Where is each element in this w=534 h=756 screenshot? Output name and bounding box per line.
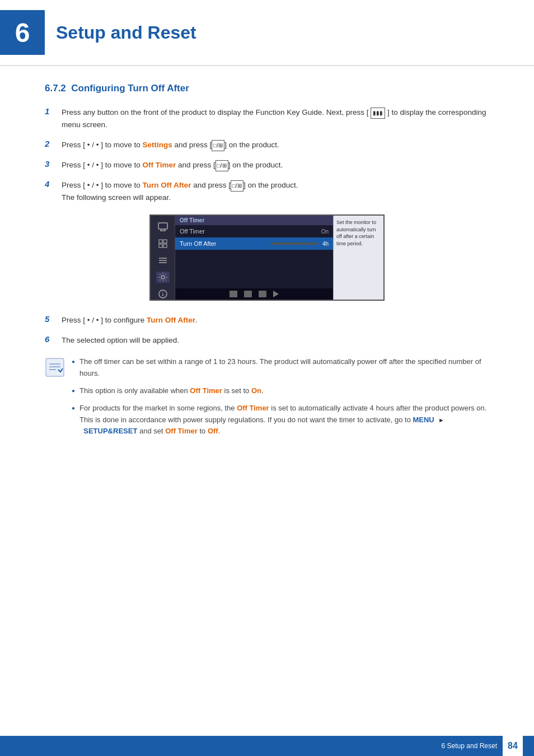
- note-item-1: ● The off timer can be set within a rang…: [72, 356, 489, 380]
- chapter-number-box: 6: [0, 10, 45, 55]
- nav-icon-4: [273, 291, 279, 297]
- note-bullet-1: ●: [72, 357, 75, 366]
- note-text-2: This option is only available when Off T…: [79, 385, 264, 397]
- step-1: 1 Press any button on the front of the p…: [45, 106, 489, 131]
- section-title: Configuring Turn Off After: [71, 83, 189, 94]
- monitor-screenshot: Off Timer Off Timer On Turn Off After: [45, 214, 489, 301]
- footer-page-number: 84: [503, 736, 523, 756]
- slider-bar: [251, 242, 317, 245]
- section-heading: 6.7.2 Configuring Turn Off After: [45, 83, 489, 94]
- menu-item-off-timer-value: On: [321, 228, 329, 235]
- svg-point-11: [161, 276, 165, 279]
- step-text-2: Press [ • / • ] to move to Settings and …: [62, 139, 279, 151]
- menu-items: Off Timer On Turn Off After 4h: [175, 225, 333, 288]
- chapter-number: 6: [15, 17, 30, 48]
- step-5: 5 Press [ • / • ] to configure Turn Off …: [45, 314, 489, 326]
- slider-fill: [251, 242, 271, 245]
- step-2: 2 Press [ • / • ] to move to Settings an…: [45, 139, 489, 151]
- svg-rect-5: [163, 240, 167, 243]
- svg-point-14: [162, 292, 163, 293]
- sidebar-info-icon: [156, 288, 170, 300]
- menu-title: Off Timer: [175, 216, 333, 225]
- svg-rect-0: [158, 223, 167, 229]
- notes-list: ● The off timer can be set within a rang…: [72, 356, 489, 443]
- footer: 6 Setup and Reset 84: [0, 736, 534, 756]
- svg-rect-15: [46, 358, 64, 376]
- nav-icon-1: [229, 291, 237, 297]
- step-text-3: Press [ • / • ] to move to Off Timer and…: [62, 159, 283, 171]
- nav-icon-3: [259, 291, 266, 297]
- slider-track: [251, 242, 317, 245]
- note-text-3: For products for the market in some regi…: [79, 403, 489, 437]
- menu-item-turn-off-after-value: 4h: [322, 241, 329, 247]
- step-text-5: Press [ • / • ] to configure Turn Off Af…: [62, 314, 198, 326]
- footer-label: 6 Setup and Reset: [442, 742, 497, 750]
- section-number: 6.7.2: [45, 83, 66, 94]
- step-4: 4 Press [ • / • ] to move to Turn Off Af…: [45, 179, 489, 204]
- menu-item-turn-off-after-label: Turn Off After: [180, 240, 246, 247]
- sidebar-grid-icon: [156, 238, 170, 249]
- step-text-1: Press any button on the front of the pro…: [62, 106, 489, 131]
- note-bullet-3: ●: [72, 404, 75, 413]
- note-text-1: The off timer can be set within a range …: [79, 356, 489, 380]
- monitor-sidebar: [151, 216, 175, 300]
- sidebar-list-icon: [156, 255, 170, 266]
- chapter-title: Setup and Reset: [56, 22, 196, 43]
- note-item-2: ● This option is only available when Off…: [72, 385, 489, 397]
- step-6: 6 The selected option will be applied.: [45, 334, 489, 347]
- page-header: 6 Setup and Reset: [0, 0, 534, 66]
- nav-icon-2: [244, 291, 252, 297]
- sidebar-settings-icon: [156, 272, 170, 283]
- main-content: 6.7.2 Configuring Turn Off After 1 Press…: [0, 83, 534, 443]
- svg-rect-7: [163, 244, 167, 248]
- menu-item-turn-off-after: Turn Off After 4h: [175, 237, 333, 250]
- svg-rect-6: [159, 244, 162, 248]
- note-icon: [45, 357, 65, 377]
- step-number-1: 1: [45, 106, 62, 116]
- step-text-6: The selected option will be applied.: [62, 334, 179, 347]
- step-3: 3 Press [ • / • ] to move to Off Timer a…: [45, 159, 489, 171]
- svg-rect-4: [159, 240, 162, 243]
- menu-item-off-timer: Off Timer On: [175, 225, 333, 237]
- step-text-4: Press [ • / • ] to move to Turn Off Afte…: [62, 179, 298, 204]
- sidebar-monitor-icon: [156, 221, 170, 232]
- monitor-tooltip: Set the monitor to automatically turn of…: [333, 216, 383, 300]
- monitor-screen: Off Timer Off Timer On Turn Off After: [149, 214, 385, 301]
- step-number-2: 2: [45, 139, 62, 148]
- step-number-4: 4: [45, 179, 62, 189]
- note-item-3: ● For products for the market in some re…: [72, 403, 489, 437]
- notes-section: ● The off timer can be set within a rang…: [45, 356, 489, 443]
- step-number-3: 3: [45, 159, 62, 169]
- monitor-main-area: Off Timer Off Timer On Turn Off After: [175, 216, 333, 300]
- monitor-bottom-bar: [175, 288, 333, 300]
- menu-item-off-timer-label: Off Timer: [180, 228, 321, 235]
- note-bullet-2: ●: [72, 386, 75, 395]
- step-number-5: 5: [45, 314, 62, 324]
- step-number-6: 6: [45, 334, 62, 344]
